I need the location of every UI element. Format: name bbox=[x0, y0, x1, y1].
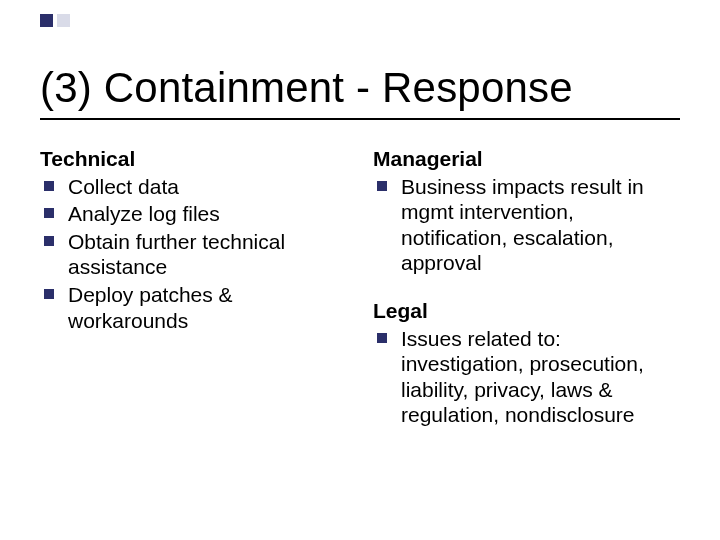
right-column: Managerial Business impacts result in mg… bbox=[373, 146, 680, 430]
legal-list: Issues related to: investigation, prosec… bbox=[373, 326, 680, 428]
list-item: Issues related to: investigation, prosec… bbox=[373, 326, 680, 428]
list-item: Deploy patches & workarounds bbox=[40, 282, 347, 333]
title-rule bbox=[40, 118, 680, 120]
list-item: Analyze log files bbox=[40, 201, 347, 227]
list-item: Obtain further technical assistance bbox=[40, 229, 347, 280]
list-item: Business impacts result in mgmt interven… bbox=[373, 174, 680, 276]
decor-square-icon bbox=[57, 14, 70, 27]
managerial-list: Business impacts result in mgmt interven… bbox=[373, 174, 680, 276]
slide-title: (3) Containment - Response bbox=[40, 64, 680, 112]
decor-square-icon bbox=[40, 14, 53, 27]
corner-decoration bbox=[40, 14, 70, 27]
content-columns: Technical Collect data Analyze log files… bbox=[40, 146, 680, 430]
left-column: Technical Collect data Analyze log files… bbox=[40, 146, 347, 430]
section-heading-legal: Legal bbox=[373, 298, 680, 324]
section-heading-managerial: Managerial bbox=[373, 146, 680, 172]
list-item: Collect data bbox=[40, 174, 347, 200]
slide: (3) Containment - Response Technical Col… bbox=[0, 0, 720, 540]
section-heading-technical: Technical bbox=[40, 146, 347, 172]
technical-list: Collect data Analyze log files Obtain fu… bbox=[40, 174, 347, 334]
